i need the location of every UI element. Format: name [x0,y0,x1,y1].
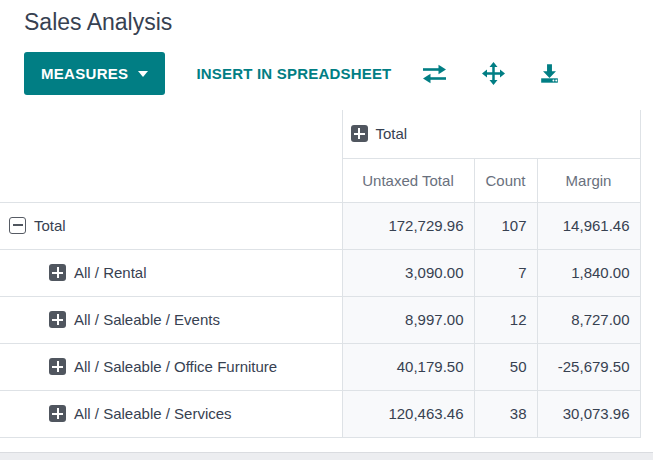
row-header-rental[interactable]: All / Rental [0,249,342,296]
flip-axis-button[interactable] [417,62,452,86]
cell-margin: 30,073.96 [537,390,640,437]
measure-header-margin[interactable]: Margin [537,158,640,202]
measures-button[interactable]: MEASURES [24,52,165,95]
collapse-row-icon[interactable] [9,217,26,234]
cell-untaxed-total: 172,729.96 [342,202,474,249]
column-group-total[interactable]: Total [342,110,640,158]
row-label: Total [34,217,66,234]
table-row-events: All / Saleable / Events 8,997.00 12 8,72… [0,296,640,343]
table-row-services: All / Saleable / Services 120,463.46 38 … [0,390,640,437]
row-header-services[interactable]: All / Saleable / Services [0,390,342,437]
download-button[interactable] [535,61,564,86]
measure-header-untaxed-total[interactable]: Untaxed Total [342,158,474,202]
cell-margin: -25,679.50 [537,343,640,390]
pivot-table: Total Untaxed Total Count Margin Total 1… [0,110,641,438]
cell-margin: 1,840.00 [537,249,640,296]
expand-all-button[interactable] [478,60,509,87]
table-row-rental: All / Rental 3,090.00 7 1,840.00 [0,249,640,296]
row-label: All / Saleable / Events [74,311,220,328]
row-header-total[interactable]: Total [0,202,342,249]
insert-in-spreadsheet-button[interactable]: INSERT IN SPREADSHEET [196,65,391,82]
row-label: All / Saleable / Office Furniture [74,358,277,375]
row-header-office-furniture[interactable]: All / Saleable / Office Furniture [0,343,342,390]
expand-all-icon [482,62,505,85]
expand-row-icon[interactable] [49,264,66,281]
cell-untaxed-total: 40,179.50 [342,343,474,390]
chevron-down-icon [138,71,148,77]
cell-untaxed-total: 8,997.00 [342,296,474,343]
expand-row-icon[interactable] [49,405,66,422]
cell-margin: 8,727.00 [537,296,640,343]
measure-header-count[interactable]: Count [474,158,537,202]
table-row-office-furniture: All / Saleable / Office Furniture 40,179… [0,343,640,390]
cell-count: 107 [474,202,537,249]
expand-row-icon[interactable] [49,311,66,328]
cell-untaxed-total: 120,463.46 [342,390,474,437]
insert-in-spreadsheet-label: INSERT IN SPREADSHEET [196,65,391,82]
row-label: All / Rental [74,264,147,281]
cell-count: 12 [474,296,537,343]
row-label: All / Saleable / Services [74,405,232,422]
cell-count: 7 [474,249,537,296]
column-group-header-row: Total [0,110,640,158]
pivot-view-page: Sales Analysis MEASURES INSERT IN SPREAD… [0,7,653,460]
flip-axis-icon [421,64,448,84]
cell-untaxed-total: 3,090.00 [342,249,474,296]
download-icon [539,63,560,84]
pivot-footer-row-cutoff [0,452,653,460]
cell-count: 50 [474,343,537,390]
row-header-events[interactable]: All / Saleable / Events [0,296,342,343]
column-group-label: Total [376,125,408,142]
pivot-toolbar: MEASURES INSERT IN SPREADSHEET [24,52,653,95]
cell-count: 38 [474,390,537,437]
cell-margin: 14,961.46 [537,202,640,249]
expand-column-icon[interactable] [351,125,368,142]
page-title: Sales Analysis [24,7,653,37]
pivot-corner-cell [0,110,342,202]
expand-row-icon[interactable] [49,358,66,375]
table-row-total: Total 172,729.96 107 14,961.46 [0,202,640,249]
measures-button-label: MEASURES [41,65,128,82]
